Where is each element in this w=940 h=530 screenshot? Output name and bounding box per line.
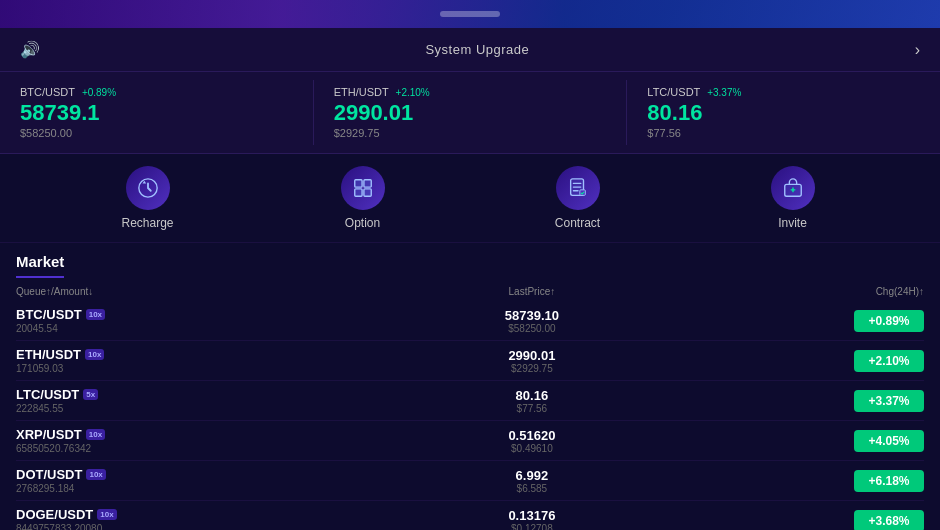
market-title: Market [16, 253, 64, 278]
price-cell: 6.992 $6.585 [422, 461, 641, 501]
pair-volume: 20045.54 [16, 323, 422, 334]
ltc-price-item[interactable]: LTC/USDT +3.37% 80.16 $77.56 [627, 80, 940, 145]
chg-cell: +3.37% [641, 381, 924, 421]
nav-icons-row: Recharge Option Contract [0, 154, 940, 243]
col-header-chg: Chg(24H)↑ [641, 282, 924, 301]
pair-badge: 10x [86, 429, 105, 440]
ltc-pair-label: LTC/USDT +3.37% [647, 86, 920, 98]
market-section: Market Queue↑/Amount↓ LastPrice↑ Chg(24H… [0, 243, 940, 530]
pair-name: XRP/USDT 10x [16, 427, 422, 442]
price-cell: 58739.10 $58250.00 [422, 301, 641, 341]
price-usd: $2929.75 [422, 363, 641, 374]
system-message: System Upgrade [425, 42, 529, 57]
svg-rect-3 [354, 189, 361, 196]
eth-main-price: 2990.01 [334, 100, 607, 126]
option-icon [341, 166, 385, 210]
hero-notch [440, 11, 500, 17]
invite-label: Invite [778, 216, 807, 230]
eth-usd-price: $2929.75 [334, 127, 607, 139]
chg-badge: +3.37% [854, 390, 924, 412]
contract-icon [556, 166, 600, 210]
pair-volume: 65850520.76342 [16, 443, 422, 454]
ltc-main-price: 80.16 [647, 100, 920, 126]
pair-name: BTC/USDT 10x [16, 307, 422, 322]
price-main: 6.992 [422, 468, 641, 483]
next-arrow-icon[interactable]: › [915, 41, 920, 59]
svg-rect-1 [354, 180, 361, 187]
price-main: 58739.10 [422, 308, 641, 323]
price-row: BTC/USDT +0.89% 58739.1 $58250.00 ETH/US… [0, 72, 940, 154]
chg-badge: +2.10% [854, 350, 924, 372]
pair-badge: 10x [97, 509, 116, 520]
table-row[interactable]: ETH/USDT 10x 171059.03 2990.01 $2929.75 … [16, 341, 924, 381]
price-usd: $58250.00 [422, 323, 641, 334]
pair-volume: 8449757833.20080 [16, 523, 422, 530]
eth-price-item[interactable]: ETH/USDT +2.10% 2990.01 $2929.75 [314, 80, 628, 145]
btc-main-price: 58739.1 [20, 100, 293, 126]
pair-badge: 10x [85, 349, 104, 360]
eth-pair-label: ETH/USDT +2.10% [334, 86, 607, 98]
recharge-label: Recharge [121, 216, 173, 230]
chg-cell: +0.89% [641, 301, 924, 341]
price-cell: 0.51620 $0.49610 [422, 421, 641, 461]
contract-label: Contract [555, 216, 600, 230]
price-usd: $77.56 [422, 403, 641, 414]
market-table: Queue↑/Amount↓ LastPrice↑ Chg(24H)↑ BTC/… [16, 282, 924, 530]
svg-rect-4 [363, 189, 370, 196]
recharge-icon [126, 166, 170, 210]
option-label: Option [345, 216, 380, 230]
volume-icon-area: 🔊 [20, 40, 40, 59]
price-main: 80.16 [422, 388, 641, 403]
chg-cell: +3.68% [641, 501, 924, 530]
ltc-change: +3.37% [707, 87, 741, 98]
price-main: 2990.01 [422, 348, 641, 363]
volume-icon: 🔊 [20, 40, 40, 59]
chg-cell: +6.18% [641, 461, 924, 501]
hero-banner [0, 0, 940, 28]
price-usd: $0.49610 [422, 443, 641, 454]
pair-badge: 10x [86, 309, 105, 320]
chg-cell: +4.05% [641, 421, 924, 461]
nav-item-recharge[interactable]: Recharge [108, 166, 188, 230]
price-main: 0.13176 [422, 508, 641, 523]
ticker-bar: 🔊 System Upgrade › [0, 28, 940, 72]
price-cell: 80.16 $77.56 [422, 381, 641, 421]
pair-name: DOT/USDT 10x [16, 467, 422, 482]
btc-pair-label: BTC/USDT +0.89% [20, 86, 293, 98]
svg-rect-2 [363, 180, 370, 187]
table-row[interactable]: DOGE/USDT 10x 8449757833.20080 0.13176 $… [16, 501, 924, 530]
col-header-lastprice: LastPrice↑ [422, 282, 641, 301]
nav-item-option[interactable]: Option [323, 166, 403, 230]
table-row[interactable]: BTC/USDT 10x 20045.54 58739.10 $58250.00… [16, 301, 924, 341]
btc-usd-price: $58250.00 [20, 127, 293, 139]
pair-badge: 5x [83, 389, 98, 400]
btc-price-item[interactable]: BTC/USDT +0.89% 58739.1 $58250.00 [0, 80, 314, 145]
svg-rect-6 [579, 190, 585, 196]
price-cell: 0.13176 $0.12708 [422, 501, 641, 530]
chg-cell: +2.10% [641, 341, 924, 381]
col-header-queue: Queue↑/Amount↓ [16, 282, 422, 301]
btc-change: +0.89% [82, 87, 116, 98]
pair-volume: 222845.55 [16, 403, 422, 414]
eth-change: +2.10% [396, 87, 430, 98]
pair-name: ETH/USDT 10x [16, 347, 422, 362]
pair-name: LTC/USDT 5x [16, 387, 422, 402]
invite-icon [771, 166, 815, 210]
table-row[interactable]: DOT/USDT 10x 2768295.184 6.992 $6.585 +6… [16, 461, 924, 501]
chg-badge: +4.05% [854, 430, 924, 452]
pair-badge: 10x [86, 469, 105, 480]
chg-badge: +3.68% [854, 510, 924, 530]
table-row[interactable]: XRP/USDT 10x 65850520.76342 0.51620 $0.4… [16, 421, 924, 461]
pair-volume: 2768295.184 [16, 483, 422, 494]
nav-item-contract[interactable]: Contract [538, 166, 618, 230]
ltc-usd-price: $77.56 [647, 127, 920, 139]
price-main: 0.51620 [422, 428, 641, 443]
pair-volume: 171059.03 [16, 363, 422, 374]
chg-badge: +0.89% [854, 310, 924, 332]
pair-name: DOGE/USDT 10x [16, 507, 422, 522]
price-usd: $6.585 [422, 483, 641, 494]
price-usd: $0.12708 [422, 523, 641, 530]
nav-item-invite[interactable]: Invite [753, 166, 833, 230]
chg-badge: +6.18% [854, 470, 924, 492]
table-row[interactable]: LTC/USDT 5x 222845.55 80.16 $77.56 +3.37… [16, 381, 924, 421]
